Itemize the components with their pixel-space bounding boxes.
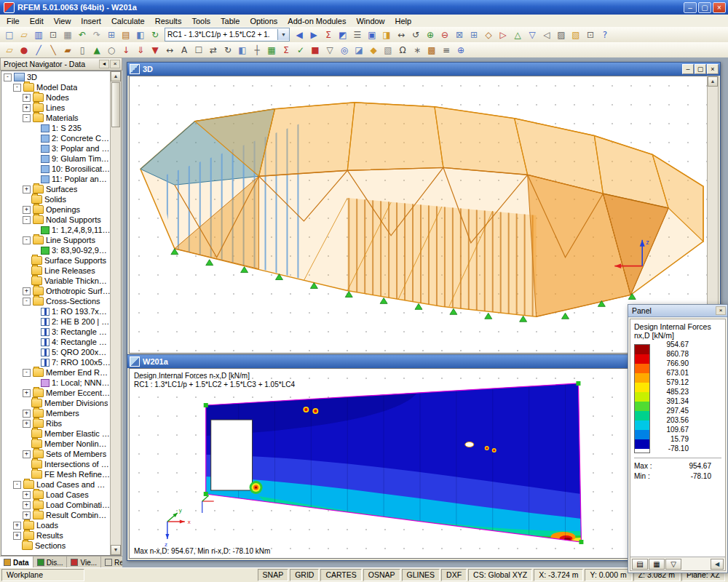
tree-item[interactable]: 9: Glulam Timber... [1,154,111,164]
tree-item[interactable]: - 3D [1,72,111,82]
panel-close-button[interactable]: × [716,306,726,315]
tree-item[interactable]: 3: 83,90-92,95,96,... [1,245,111,255]
menu-item[interactable]: Options [245,16,282,26]
navigator-tab[interactable]: Data [0,557,33,568]
background-icon[interactable]: ▧ [381,44,395,57]
tree-item[interactable]: - Cross-Sections [1,296,111,306]
viewport-3d[interactable]: z [129,76,708,354]
rotate-copy-icon[interactable]: ↻ [221,44,235,57]
tree-expander-icon[interactable] [23,268,29,274]
copy-icon[interactable]: ▦ [60,28,75,41]
tree-expander-icon[interactable] [32,135,39,142]
tree-expander-icon[interactable]: - [23,236,31,244]
tree-expander-icon[interactable] [13,543,20,549]
tree-expander-icon[interactable]: - [4,73,12,81]
insert-opening-icon[interactable]: ▯ [75,44,90,57]
window-titlebar[interactable]: RFEM 5.01.0063 (64bit) - W201a – ▢ × [0,0,728,15]
minimize-button[interactable]: – [684,2,697,13]
tree-expander-icon[interactable] [32,349,39,356]
panel-tab-factors[interactable]: ▦ [649,559,665,570]
zoom-out-icon[interactable]: ⊖ [438,28,452,41]
statusbar-toggle[interactable]: GLINES [402,569,440,581]
tree-expander-icon[interactable] [23,461,29,468]
tree-item[interactable]: 3: Poplar and Sof... [1,143,111,154]
panel-tab-filter[interactable]: ▽ [665,559,681,570]
menu-item[interactable]: Calculate [106,16,150,26]
tree-item[interactable]: - Model Data [1,82,111,92]
tree-item[interactable]: + Sets of Members [1,449,111,459]
tree-item[interactable]: 3: Rectangle 240/... [1,327,111,337]
tree-expander-icon[interactable] [32,176,39,183]
display-properties-icon[interactable]: ≡ [439,44,454,57]
isometric-view-icon[interactable]: ◇ [481,28,496,41]
open-model-icon[interactable]: ▱ [17,28,31,41]
panel-collapse-button[interactable]: ◀ [711,559,724,570]
menu-item[interactable]: Add-on Modules [282,16,351,26]
tree-item[interactable]: 1: RO 193.7x10 | E... [1,306,111,316]
tree-item[interactable]: + Member Eccentricitie... [1,388,111,398]
select-icon[interactable]: ☐ [191,44,206,57]
tree-expander-icon[interactable] [23,441,29,447]
tree-expander-icon[interactable]: + [13,522,21,530]
divide-icon[interactable]: ┼ [250,44,264,57]
calculate-all-icon[interactable]: Σ [279,44,293,57]
rotate-view-icon[interactable]: ↺ [408,28,423,41]
tree-expander-icon[interactable] [32,247,39,254]
undo-icon[interactable]: ↶ [75,28,90,41]
tree-expander-icon[interactable] [32,359,39,366]
statusbar-toggle[interactable]: DXF [441,569,467,581]
tree-item[interactable]: 1: 1,2,4,8,9,11,13,... [1,225,111,235]
panel-titlebar[interactable]: Panel × [628,305,727,317]
scroll-up-icon[interactable]: ▲ [708,76,718,87]
tree-expander-icon[interactable] [23,471,29,478]
view-z-icon[interactable]: ▽ [525,28,539,41]
new-window-icon[interactable]: ⊞ [104,28,119,41]
panel-toggle-icon[interactable]: ▣ [365,28,379,41]
menu-item[interactable]: Insert [76,16,106,26]
child-maximize-button[interactable]: ▢ [695,64,706,74]
result-values-icon[interactable]: ☰ [350,28,365,41]
menu-item[interactable]: Table [215,16,245,26]
mirror-icon[interactable]: ◧ [235,44,250,57]
hinge-icon[interactable]: ○ [104,44,119,57]
tree-item[interactable]: Sections [1,541,111,551]
statusbar-toggle[interactable]: OSNAP [363,569,400,581]
tree-item[interactable]: Member Divisions [1,398,111,408]
tree-expander-icon[interactable] [32,156,39,162]
tree-expander-icon[interactable] [23,258,29,264]
filter-icon[interactable]: ▽ [323,44,337,57]
table-icon[interactable]: ▤ [119,28,133,41]
tree-item[interactable]: - Nodal Supports [1,215,111,225]
check-icon[interactable]: ✓ [293,44,308,57]
navigator-tab[interactable]: Dis... [33,557,68,568]
tree-expander-icon[interactable]: - [23,369,31,377]
tree-item[interactable]: + Ribs [1,418,111,428]
tree-expander-icon[interactable]: + [23,206,31,214]
tree-item[interactable]: 1: S 235 [1,123,111,133]
view-x-icon[interactable]: ▷ [496,28,510,41]
tree-item[interactable]: + Lines [1,103,111,113]
scrollbar-thumb[interactable] [111,82,120,127]
next-load-case-button[interactable]: ▶ [306,28,321,41]
tree-expander-icon[interactable] [32,339,39,346]
menu-item[interactable]: File [1,16,25,26]
navigator-tab[interactable]: Vie... [67,557,101,568]
load-combination-combo[interactable]: RC1 - 1.3*LC1/p + 1.5*LC2 + 1. ▼ [165,28,290,41]
menu-item[interactable]: Help [390,16,417,26]
tree-expander-icon[interactable] [23,431,29,437]
menu-item[interactable]: Window [351,16,389,26]
zoom-in-icon[interactable]: ⊕ [423,28,438,41]
tree-item[interactable]: Member Elastic Foun... [1,428,111,439]
tree-expander-icon[interactable]: + [23,186,31,194]
child-minimize-button[interactable]: – [682,64,694,74]
move-view-icon[interactable]: ↔ [394,28,408,41]
tree-item[interactable]: 4: Rectangle 60/2... [1,337,111,347]
tree-expander-icon[interactable] [32,227,39,234]
tree-expander-icon[interactable] [32,319,39,325]
tree-expander-icon[interactable] [23,196,29,203]
line-load-icon[interactable]: ⇓ [133,44,148,57]
tree-item[interactable]: Surface Supports [1,255,111,266]
tree-item[interactable]: 11: Poplar and Sc... [1,174,111,184]
insert-surface-icon[interactable]: ▰ [60,44,75,57]
tree-item[interactable]: + Members [1,408,111,418]
